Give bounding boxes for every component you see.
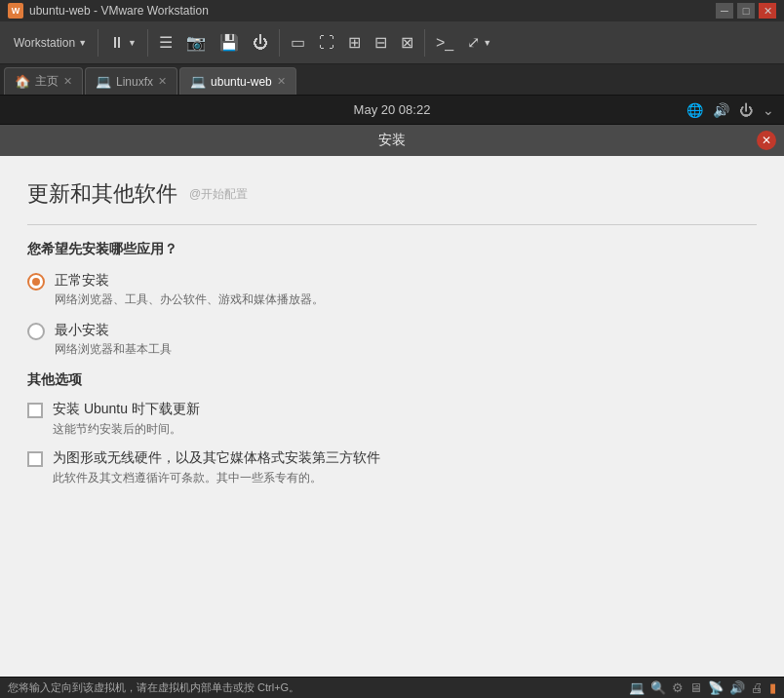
expand-icon: ⤢: [467, 33, 480, 52]
close-window-button[interactable]: ✕: [759, 3, 776, 19]
other-options-title: 其他选项: [27, 371, 757, 389]
app-icon: W: [8, 3, 23, 19]
pause-button[interactable]: ⏸ ▼: [103, 27, 142, 58]
tab-linuxfx[interactable]: 💻 Linuxfx ✕: [85, 67, 177, 95]
suspend-icon: 💾: [219, 33, 239, 52]
toolbar-sep-3: [279, 29, 280, 57]
vm-status-bar: May 20 08:22 🌐 🔊 ⏻ ⌄: [0, 96, 784, 125]
unity2-button[interactable]: ⊟: [369, 27, 393, 58]
tabs-bar: 🏠 主页 ✕ 💻 Linuxfx ✕ 💻 ubuntu-web ✕: [0, 64, 784, 96]
tab-ubuntu-web[interactable]: 💻 ubuntu-web ✕: [179, 67, 296, 95]
toolbar-sep-1: [98, 29, 98, 57]
pause-arrow: ▼: [128, 38, 137, 48]
bottom-display-icon[interactable]: 🖥: [689, 680, 702, 695]
normal-install-radio[interactable]: [27, 273, 45, 291]
tab-home-label: 主页: [35, 73, 59, 90]
vmlist-icon: ☰: [159, 33, 173, 52]
toolbar-sep-2: [147, 29, 148, 57]
terminal-icon: >_: [436, 34, 453, 52]
bottom-vm-icon[interactable]: 💻: [629, 680, 645, 695]
bottom-right-icons: 💻 🔍 ⚙ 🖥 📡 🔊 🖨 ▮: [629, 680, 776, 695]
expand-button[interactable]: ⤢ ▼: [461, 27, 497, 58]
minimal-install-radio[interactable]: [27, 323, 45, 340]
minimal-install-desc: 网络浏览器和基本工具: [55, 341, 172, 358]
power-icon: ⏻: [253, 34, 268, 52]
snapshot-icon: 📷: [186, 33, 206, 52]
main-content: 更新和其他软件 @开始配置 您希望先安装哪些应用？ 正常安装 网络浏览器、工具、…: [0, 156, 784, 677]
bottom-search-icon[interactable]: 🔍: [650, 680, 666, 695]
minimal-install-option[interactable]: 最小安装 网络浏览器和基本工具: [27, 322, 757, 358]
home-tab-icon: 🏠: [15, 74, 30, 89]
fullscreen-icon: ⛶: [319, 34, 334, 52]
power-status-icon: ⏻: [739, 102, 753, 118]
page-heading: 更新和其他软件 @开始配置: [27, 179, 757, 209]
bottom-printer-icon[interactable]: 🖨: [751, 680, 764, 695]
third-party-checkbox-option[interactable]: 为图形或无线硬件，以及其它媒体格式安装第三方软件 此软件及其文档遵循许可条款。其…: [27, 449, 757, 486]
unity-icon: ⊞: [348, 33, 361, 52]
tab-ubuntu-label: ubuntu-web: [211, 75, 272, 89]
minimal-install-text: 最小安装 网络浏览器和基本工具: [55, 322, 172, 358]
tab-home-close[interactable]: ✕: [63, 75, 72, 88]
workstation-label: Workstation: [14, 36, 75, 50]
toolbar: Workstation ▼ ⏸ ▼ ☰ 📷 💾 ⏻ ▭ ⛶ ⊞ ⊟ ⊠ >_ ⤢…: [0, 21, 784, 64]
third-party-text: 为图形或无线硬件，以及其它媒体格式安装第三方软件 此软件及其文档遵循许可条款。其…: [53, 449, 380, 486]
updates-label: 安装 Ubuntu 时下载更新: [53, 401, 200, 418]
view-icon: ▭: [291, 33, 305, 52]
power-button[interactable]: ⏻: [247, 27, 274, 58]
workstation-arrow: ▼: [78, 38, 87, 48]
restore-button[interactable]: □: [737, 3, 755, 19]
updates-text: 安装 Ubuntu 时下载更新 这能节约安装后的时间。: [53, 401, 200, 438]
third-party-checkbox[interactable]: [27, 451, 43, 467]
install-question: 您希望先安装哪些应用？: [27, 241, 757, 258]
minimal-install-label: 最小安装: [55, 322, 172, 339]
bottom-audio-icon[interactable]: 🔊: [729, 680, 745, 695]
install-dialog-title: 安装: [378, 132, 406, 149]
window-title: ubuntu-web - VMware Workstation: [29, 4, 710, 18]
bottom-settings-icon[interactable]: ⚙: [672, 680, 684, 695]
unity3-button[interactable]: ⊠: [395, 27, 419, 58]
tab-home[interactable]: 🏠 主页 ✕: [4, 67, 83, 95]
minimize-button[interactable]: ─: [716, 3, 733, 19]
toolbar-sep-4: [424, 29, 425, 57]
network-icon: 🌐: [686, 102, 703, 118]
fullscreen-button[interactable]: ⛶: [313, 27, 340, 58]
vm-datetime: May 20 08:22: [354, 102, 431, 117]
updates-checkbox[interactable]: [27, 403, 43, 418]
ubuntu-tab-icon: 💻: [190, 74, 206, 89]
window-controls: ─ □ ✕: [716, 3, 776, 19]
audio-icon: 🔊: [713, 102, 729, 118]
normal-install-option[interactable]: 正常安装 网络浏览器、工具、办公软件、游戏和媒体播放器。: [27, 272, 757, 308]
install-dialog-header: 安装 ✕: [0, 125, 784, 156]
unity2-icon: ⊟: [374, 33, 387, 52]
third-party-label: 为图形或无线硬件，以及其它媒体格式安装第三方软件: [53, 449, 380, 467]
pause-icon: ⏸: [109, 34, 125, 52]
content-wrapper: 安装 ✕ 更新和其他软件 @开始配置 您希望先安装哪些应用？ 正常安装 网络浏览…: [0, 125, 784, 677]
bottom-message: 您将输入定向到该虚拟机，请在虚拟机内部单击或按 Ctrl+G。: [8, 680, 299, 695]
workstation-menu[interactable]: Workstation ▼: [8, 27, 93, 58]
vmlist-button[interactable]: ☰: [153, 27, 178, 58]
third-party-desc: 此软件及其文档遵循许可条款。其中一些系专有的。: [53, 470, 380, 486]
unity3-icon: ⊠: [401, 33, 413, 52]
linuxfx-tab-icon: 💻: [96, 74, 111, 89]
title-bar: W ubuntu-web - VMware Workstation ─ □ ✕: [0, 0, 784, 21]
unity-button[interactable]: ⊞: [342, 27, 367, 58]
bottom-network-icon[interactable]: 📡: [708, 680, 724, 695]
bottom-status-bar: 您将输入定向到该虚拟机，请在虚拟机内部单击或按 Ctrl+G。 💻 🔍 ⚙ 🖥 …: [0, 677, 784, 698]
suspend-button[interactable]: 💾: [214, 27, 245, 58]
tab-ubuntu-close[interactable]: ✕: [277, 75, 286, 88]
bottom-indicator: ▮: [769, 680, 776, 695]
expand-arrow: ▼: [483, 38, 491, 48]
normal-install-label: 正常安装: [55, 272, 324, 290]
tab-linuxfx-close[interactable]: ✕: [158, 75, 167, 88]
install-close-button[interactable]: ✕: [757, 131, 776, 150]
snapshot-button[interactable]: 📷: [180, 27, 212, 58]
page-heading-text: 更新和其他软件: [27, 179, 177, 209]
vm-status-icons: 🌐 🔊 ⏻ ⌄: [686, 102, 774, 118]
terminal-button[interactable]: >_: [430, 27, 459, 58]
normal-install-text: 正常安装 网络浏览器、工具、办公软件、游戏和媒体播放器。: [55, 272, 324, 308]
updates-checkbox-option[interactable]: 安装 Ubuntu 时下载更新 这能节约安装后的时间。: [27, 401, 757, 438]
normal-install-desc: 网络浏览器、工具、办公软件、游戏和媒体播放器。: [55, 291, 324, 308]
tab-linuxfx-label: Linuxfx: [116, 75, 153, 89]
view-button[interactable]: ▭: [285, 27, 311, 58]
page-subtitle: @开始配置: [189, 186, 248, 203]
